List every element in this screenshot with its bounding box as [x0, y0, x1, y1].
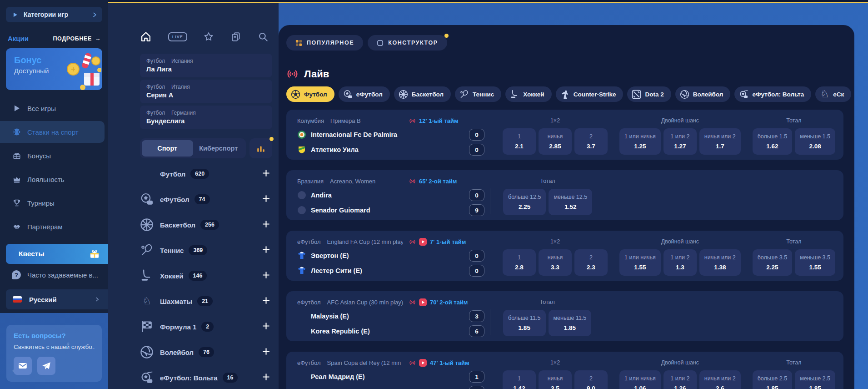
team-score: 3	[469, 310, 484, 322]
odds-cell[interactable]: 1 или ничья 1.06	[619, 370, 661, 389]
sport-filter-pill[interactable]: еФутбол: Вольта	[734, 86, 811, 102]
live-broadcast-icon	[409, 117, 416, 124]
odds-cell[interactable]: 2 2.3	[574, 249, 608, 276]
odds-cell[interactable]: 2 3.7	[574, 128, 608, 155]
search-icon[interactable]	[258, 31, 269, 42]
match-header: еФутбол Spain Copa del Rey (12 min play)…	[297, 357, 484, 368]
favorites-star-icon[interactable]	[203, 31, 214, 42]
coupons-icon[interactable]	[230, 31, 241, 42]
tab-constructor[interactable]: КОНСТРУКТОР	[368, 35, 447, 51]
sport-list-item[interactable]: Футбол 620	[140, 161, 272, 187]
email-button[interactable]	[14, 357, 32, 375]
home-icon[interactable]	[140, 31, 152, 43]
odds-value: 1.85	[564, 324, 576, 331]
sidebar-menu-item[interactable]: Партнёрам	[0, 216, 105, 237]
odds-cell[interactable]: меньше 2.5 1.85	[795, 370, 835, 389]
promos-more-link[interactable]: ПОДРОБНЕЕ →	[53, 35, 101, 42]
odds-cell[interactable]: больше 1.5 1.62	[753, 128, 792, 155]
odds-cell[interactable]: меньше 11.5 1.85	[549, 310, 592, 336]
sport-filter-pill[interactable]: Футбол	[286, 86, 334, 102]
match-card[interactable]: еФутбол Spain Copa del Rey (12 min play)…	[286, 352, 843, 389]
market-group: Тотал больше 11.5 1.85 меньше 11.5 1.85	[503, 297, 591, 341]
sidebar-menu-item[interactable]: Все игры	[0, 97, 105, 119]
language-selector[interactable]: Русский	[6, 289, 108, 309]
market-header: Тотал	[753, 357, 835, 368]
odds-cell[interactable]: 1 2.8	[503, 249, 536, 276]
expand-sport-button[interactable]	[263, 297, 272, 305]
sport-list-item[interactable]: Теннис 369	[140, 237, 272, 263]
match-card[interactable]: Бразилия Acreano, Women 65' 2-ой тайм An…	[286, 170, 843, 220]
sport-filter-pill[interactable]: ♘ еСк	[815, 86, 851, 102]
game-categories-button[interactable]: Категории игр	[6, 7, 102, 22]
odds-cell[interactable]: ничья или 2 1.38	[699, 249, 741, 276]
odds-cell[interactable]: больше 11.5 1.85	[503, 310, 546, 336]
sport-filter-pill[interactable]: Волейбол	[675, 86, 731, 102]
odds-cell[interactable]: больше 2.5 1.85	[753, 370, 792, 389]
sport-list-item[interactable]: еФутбол 74	[140, 187, 272, 212]
tab-esport[interactable]: Киберспорт	[193, 140, 244, 157]
faq-link[interactable]: ? Часто задаваемые в...	[0, 264, 108, 286]
odds-cell[interactable]: больше 12.5 2.25	[503, 189, 546, 215]
odds-cell[interactable]: меньше 12.5 1.52	[549, 189, 592, 215]
match-card[interactable]: еФутбол AFC Asian Cup (30 min play) 70' …	[286, 291, 843, 341]
odds-cell[interactable]: ничья или 2 1.7	[699, 128, 741, 155]
odds-cell[interactable]: 1 или 2 1.26	[663, 370, 697, 389]
odds-cell[interactable]: 1 1.42	[503, 370, 536, 389]
odds-cell[interactable]: 1 2.1	[503, 128, 536, 155]
sport-filter-pill[interactable]: Dota 2	[627, 86, 671, 102]
match-card[interactable]: Колумбия Примера B 12' 1-ый тайм Interna…	[286, 110, 843, 160]
odds-cell[interactable]: 1 или ничья 1.55	[619, 249, 661, 276]
bonus-banner[interactable]: Бонус Доступный	[6, 48, 102, 90]
sport-list-item[interactable]: еФутбол: Вольта 16	[140, 365, 272, 389]
sport-filter-pill[interactable]: Теннис	[455, 86, 501, 102]
team-row: Internacional Fc De Palmira 0	[297, 128, 484, 141]
odds-cell[interactable]: больше 3.5 2.25	[753, 249, 792, 276]
sport-filter-pill[interactable]: еФутбол	[339, 86, 390, 102]
quick-league-link[interactable]: Футбол Германия Бундеслига	[140, 106, 272, 129]
sport-list-item[interactable]: Формула 1 2	[140, 314, 272, 339]
sport-list-item[interactable]: Хоккей 146	[140, 263, 272, 288]
sport-filter-pill[interactable]: Баскетбол	[394, 86, 451, 102]
help-title: Есть вопросы?	[14, 332, 95, 339]
odds-cell[interactable]: 1 или 2 1.3	[663, 249, 697, 276]
team-crest-icon	[297, 130, 306, 139]
sport-filter-pill[interactable]: Counter-Strike	[556, 86, 624, 102]
expand-sport-button[interactable]	[263, 221, 272, 229]
stats-button[interactable]	[249, 138, 272, 158]
telegram-button[interactable]	[37, 357, 55, 375]
chevron-right-icon	[95, 297, 100, 302]
sport-list-item[interactable]: Баскетбол 256	[140, 212, 272, 237]
tab-sport[interactable]: Спорт	[142, 140, 193, 157]
odds-cell[interactable]: ничья или 2 2.6	[699, 370, 741, 389]
sport-list-item[interactable]: ♘ Шахматы 21	[140, 288, 272, 314]
sport-filter-pill[interactable]: Хоккей	[505, 86, 551, 102]
odds-cell[interactable]: меньше 3.5 1.55	[795, 249, 835, 276]
promos-link[interactable]: Акции	[8, 35, 29, 42]
odds-cell[interactable]: 1 или ничья 1.25	[619, 128, 661, 155]
quick-league-link[interactable]: Футбол Испания Ла Лига	[140, 54, 272, 77]
sidebar-menu-item[interactable]: Ставки на спорт	[0, 121, 105, 143]
tab-popular[interactable]: ПОПУЛЯРНОЕ	[286, 35, 363, 51]
odds-cell[interactable]: ничья 3.3	[539, 249, 572, 276]
expand-sport-button[interactable]	[263, 348, 272, 356]
sidebar-menu-item[interactable]: Лояльность	[0, 168, 105, 190]
sidebar-menu-item[interactable]: Турниры	[0, 192, 105, 214]
sidebar-menu-item[interactable]: Бонусы	[0, 145, 105, 167]
quests-banner[interactable]: Квесты	[6, 244, 108, 264]
expand-sport-button[interactable]	[263, 272, 272, 280]
expand-sport-button[interactable]	[263, 323, 272, 331]
expand-sport-button[interactable]	[263, 374, 272, 382]
odds-cell[interactable]: ничья 3.5	[539, 370, 572, 389]
expand-sport-button[interactable]	[263, 195, 272, 203]
live-icon[interactable]: LIVE	[168, 32, 187, 41]
odds-cell[interactable]: 1 или 2 1.27	[663, 128, 697, 155]
quick-league-link[interactable]: Футбол Италия Серия А	[140, 80, 272, 103]
expand-sport-button[interactable]	[263, 170, 272, 178]
match-card[interactable]: еФутбол England FA Cup (12 min play) 7' …	[286, 231, 843, 281]
sport-list-item[interactable]: Волейбол 76	[140, 339, 272, 365]
odds-cell[interactable]: меньше 1.5 2.08	[795, 128, 835, 155]
odds-cell[interactable]: 2 9.0	[574, 370, 608, 389]
expand-sport-button[interactable]	[263, 246, 272, 254]
sport-count-badge: 76	[199, 347, 214, 357]
odds-cell[interactable]: ничья 2.85	[539, 128, 572, 155]
